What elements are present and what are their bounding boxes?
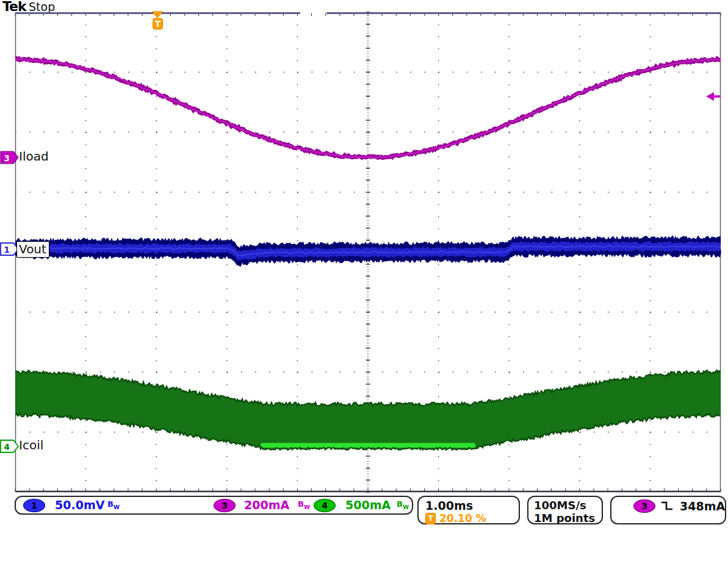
trigger-position-percent: 20.10 % (439, 512, 486, 524)
trace-label-iload: Iload (19, 149, 49, 164)
channel3-number: 3 (4, 153, 10, 163)
oscilloscope-screen: Tek Stop T 3 1 4 Iload Vout Icoil 1 50.0… (0, 0, 728, 569)
channel1-scale: 50.0mV (55, 498, 104, 512)
trigger-level: 348mA (680, 499, 725, 513)
trigger-position-marker: T (151, 11, 165, 31)
acquisition-readout: 100MS/s 1M points (527, 496, 603, 524)
trigger-t-badge: T (425, 513, 436, 524)
timebase-value: 1.00ms (425, 499, 473, 512)
channel1-badge: 1 (23, 499, 45, 512)
channel4-number: 4 (4, 442, 10, 452)
sample-rate: 100MS/s (534, 499, 586, 512)
channel4-scale: 500mA (345, 498, 391, 512)
trigger-readout: 3 348mA (610, 496, 726, 524)
channel3-bandwidth-icon: BW (298, 499, 310, 510)
trace-label-vout: Vout (16, 241, 49, 258)
channel4-badge: 4 (314, 499, 336, 512)
channel-scales-readout: 1 50.0mV BW 3 200mA BW 4 500mA BW (15, 496, 413, 515)
channel1-bandwidth-icon: BW (107, 499, 120, 510)
channel4-position-marker: 4 (0, 440, 20, 453)
timebase-readout: 1.00ms T 20.10 % (417, 496, 520, 524)
channel3-badge: 3 (214, 499, 236, 512)
falling-edge-icon (660, 501, 675, 512)
channel4-bandwidth-icon: BW (397, 499, 409, 510)
waveform-display (0, 0, 728, 569)
channel3-position-marker: 3 (0, 151, 20, 164)
trigger-level-marker (705, 90, 721, 103)
trace-label-icoil: Icoil (19, 438, 43, 452)
channel3-scale: 200mA (244, 498, 289, 512)
trigger-t-glyph: T (155, 19, 161, 29)
record-length: 1M points (534, 512, 595, 524)
channel1-number: 1 (4, 245, 10, 255)
trigger-source-badge: 3 (633, 499, 655, 513)
